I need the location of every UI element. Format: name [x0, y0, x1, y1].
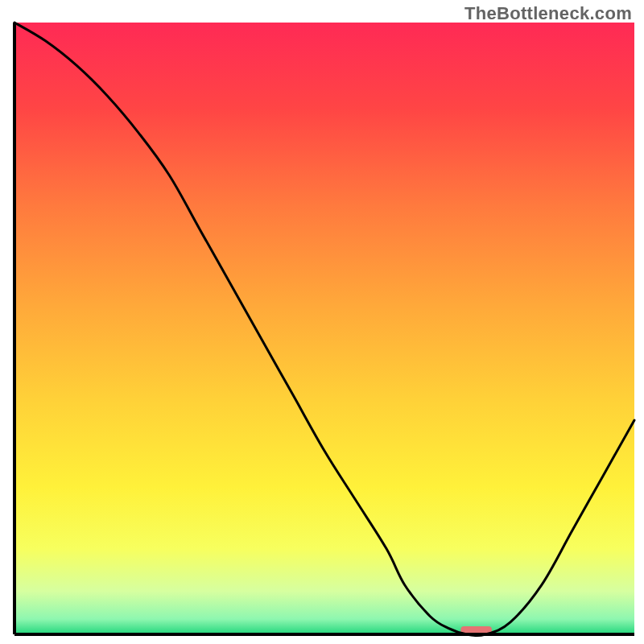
plot-background: [14, 23, 634, 634]
chart-stage: TheBottleneck.com: [0, 0, 644, 644]
watermark-text: TheBottleneck.com: [464, 3, 632, 24]
bottleneck-chart: [0, 0, 644, 644]
